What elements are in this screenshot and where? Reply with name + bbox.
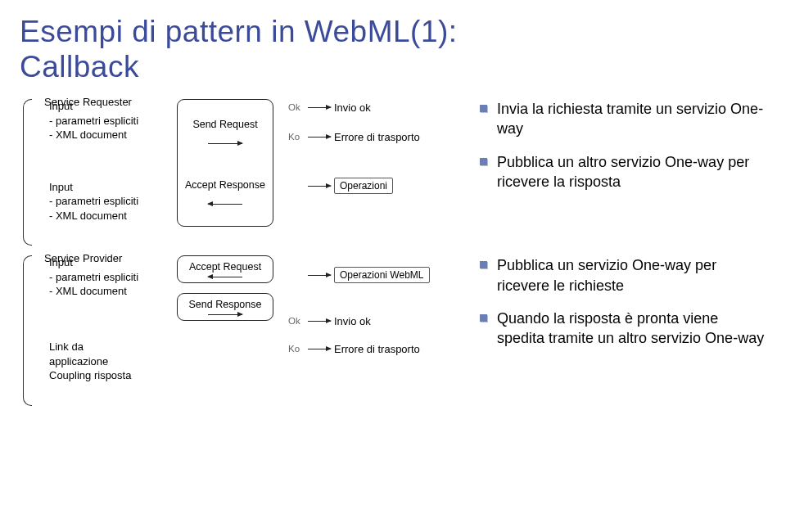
send-response-label: Send Response [189,299,262,310]
invio-ok-label: Invio ok [334,101,371,114]
ok-tag: Ok [288,316,305,326]
accept-request-box: Accept Request [177,255,273,283]
req-input1-l2: - XML document [49,128,162,142]
req-input2-l2: - XML document [49,209,162,223]
arrow-icon [208,277,242,277]
prov-input-head: Input [49,255,162,270]
req-input1-l1: - parametri espliciti [49,114,162,128]
bullet-icon [480,158,487,165]
accept-request-label: Accept Request [189,261,261,273]
requester-bullets: Invia la richiesta tramite un servizio O… [475,99,766,192]
prov-bullet1: Pubblica un servizio One-way per ricever… [497,255,766,295]
ko-tag: Ko [288,344,305,354]
ok-tag: Ok [288,102,305,112]
arrow-icon [308,275,331,276]
req-bullet2: Pubblica un altro servizio One-way per r… [497,152,766,192]
send-response-box: Send Response [177,293,273,321]
arrow-icon [308,137,331,138]
ko-tag: Ko [288,132,305,142]
title-line2: Callback [20,50,139,83]
accept-response-label: Accept Response [185,179,265,191]
arrow-icon [208,143,242,144]
provider-bracket [20,255,34,399]
requester-opbox: Send Request Accept Response [177,99,273,227]
prov-input-l1: - parametri espliciti [49,270,162,285]
invio-ok-label: Invio ok [334,315,371,327]
provider-links: Operazioni WebML Ok Invio ok Ko Errore d… [288,255,460,357]
bullet-icon [480,314,487,322]
req-bullet1: Invia la richiesta tramite un servizio O… [497,99,766,139]
prov-link-l2: Coupling risposta [49,368,162,383]
arrow-icon [208,204,242,205]
operazioni-webml-box: Operazioni WebML [334,267,430,283]
title-line1: Esempi di pattern in WebML(1): [20,15,458,48]
arrow-icon [308,107,331,108]
req-input1-head: Input [49,99,162,114]
bullet-icon [480,261,487,268]
send-request-label: Send Request [192,119,257,130]
prov-link-head: Link da [49,340,162,354]
provider-bullets: Pubblica un servizio One-way per ricever… [475,255,766,348]
prov-input-l2: - XML document [49,284,162,299]
requester-inputs: Input - parametri espliciti - XML docume… [49,99,162,239]
arrow-icon [308,321,331,322]
requester-section: Input - parametri espliciti - XML docume… [20,99,766,239]
arrow-icon [208,314,242,315]
slide-title: Esempi di pattern in WebML(1): Callback [20,15,766,84]
req-input2-head: Input [49,180,162,195]
req-input2-l1: - parametri espliciti [49,194,162,209]
operazioni-box: Operazioni [334,178,393,194]
provider-section: Input - parametri espliciti - XML docume… [20,255,766,399]
errore-label: Errore di trasporto [334,131,420,143]
prov-bullet2: Quando la risposta è pronta viene spedit… [497,309,766,349]
errore-label: Errore di trasporto [334,343,420,355]
provider-inputs: Input - parametri espliciti - XML docume… [49,255,162,399]
requester-links: Ok Invio ok Ko Errore di trasporto Opera… [288,99,460,194]
requester-bracket [20,99,34,239]
prov-link-l1: applicazione [49,354,162,369]
bullet-icon [480,105,487,112]
arrow-icon [308,186,331,187]
arrow-icon [308,349,331,349]
